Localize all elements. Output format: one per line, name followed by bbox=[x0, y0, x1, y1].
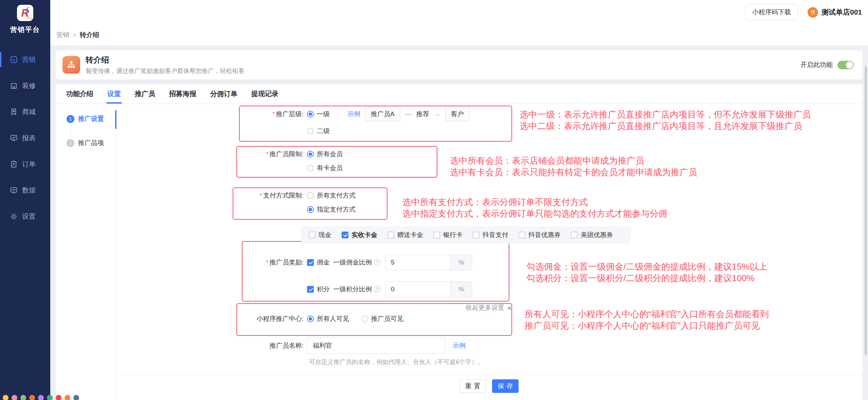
store-avatar-icon bbox=[808, 7, 818, 18]
field-label: 小程序推广中心: bbox=[257, 315, 304, 322]
sidebar-item-mall[interactable]: 商城 bbox=[0, 99, 50, 125]
vertical-scrollbar-thumb[interactable] bbox=[865, 66, 867, 355]
report-icon bbox=[10, 134, 18, 142]
radio-icon bbox=[307, 128, 314, 134]
sidebar-item-label: 装修 bbox=[22, 81, 36, 90]
required-star: * bbox=[266, 259, 268, 266]
logo-pro-badge: Pro bbox=[26, 17, 32, 20]
checkbox-icon bbox=[307, 259, 314, 266]
field-label: 支付方式限制: bbox=[263, 192, 304, 199]
feature-header-card: 转介绍 裂变传播，通过推广奖励激励客户群体帮您推广，轻松拓客 开启此功能 bbox=[56, 50, 863, 79]
field-label: 推广层级: bbox=[276, 110, 304, 117]
tab-settings[interactable]: 设置 bbox=[107, 84, 121, 104]
steps-scroll-indicator bbox=[115, 110, 116, 129]
checkbox-meituan-coupon[interactable]: 美团优惠券 bbox=[571, 231, 613, 239]
form-row-mini-center: 小程序推广中心: 所有人可见 推广员可见 bbox=[202, 314, 403, 324]
example-node-customer: 客户 bbox=[445, 107, 470, 121]
sidebar-item-marketing[interactable]: 营销 bbox=[0, 47, 50, 73]
radio-label: 所有会员 bbox=[317, 150, 343, 159]
tab-bar: 功能介绍 设置 推广员 招募海报 分佣订单 提现记录 bbox=[56, 84, 863, 104]
checkbox-label: 赠送卡金 bbox=[397, 231, 423, 239]
commission-rate-input[interactable]: 5 % bbox=[385, 255, 472, 270]
checkbox-icon bbox=[473, 232, 480, 238]
help-icon[interactable] bbox=[374, 259, 380, 266]
radio-card-members[interactable]: 有卡会员 bbox=[307, 164, 343, 172]
checkbox-label: 美团优惠券 bbox=[581, 231, 613, 239]
form-row-reward-points: 积分 一级积分比例 0 % bbox=[202, 281, 472, 297]
checkbox-received-card[interactable]: 实收卡金 bbox=[342, 231, 377, 239]
breadcrumb-current: 转介绍 bbox=[80, 31, 99, 39]
tab-withdraw-records[interactable]: 提现记录 bbox=[251, 84, 278, 104]
tab-promoters[interactable]: 推广员 bbox=[135, 84, 155, 104]
marketing-icon bbox=[10, 55, 18, 64]
miniprogram-qr-download-button[interactable]: 小程序码下载 bbox=[745, 4, 798, 20]
example-link[interactable]: 示例 bbox=[347, 110, 360, 119]
radio-label: 推广员可见 bbox=[371, 314, 403, 323]
tab-feature-intro[interactable]: 功能介绍 bbox=[66, 84, 93, 104]
checkbox-points[interactable]: 积分 bbox=[307, 285, 330, 294]
enable-feature-toggle[interactable] bbox=[837, 61, 854, 69]
breadcrumb: 营销 > 转介绍 bbox=[50, 24, 868, 46]
sidebar-item-label: 订单 bbox=[22, 160, 36, 169]
percent-suffix: % bbox=[451, 255, 472, 270]
save-button[interactable]: 保存 bbox=[492, 379, 519, 393]
sidebar-item-data[interactable]: 数据 bbox=[0, 177, 50, 203]
breadcrumb-separator: > bbox=[73, 31, 76, 39]
emoji-sticker-strip bbox=[3, 395, 79, 400]
checkbox-commission[interactable]: 佣金 bbox=[307, 258, 330, 267]
input-value: 5 bbox=[385, 255, 451, 270]
points-rate-input[interactable]: 0 % bbox=[385, 281, 472, 297]
tab-recruit-poster[interactable]: 招募海报 bbox=[169, 84, 196, 104]
step-promo-items[interactable]: 2 推广品项 bbox=[67, 139, 104, 147]
settings-icon bbox=[10, 212, 18, 221]
sidebar-item-order[interactable]: 订单 bbox=[0, 151, 50, 177]
step-number: 2 bbox=[67, 139, 74, 147]
percent-suffix: % bbox=[451, 282, 472, 297]
tab-commission-orders[interactable]: 分佣订单 bbox=[210, 84, 237, 104]
promoter-name-input[interactable]: 福利官 bbox=[307, 337, 445, 354]
annotation-promoter-limit: 选中所有会员：表示店铺会员都能申请成为推广员 选中有卡会员：表示只能持有特定卡的… bbox=[450, 155, 697, 178]
radio-icon bbox=[361, 315, 368, 322]
checkbox-label: 银行卡 bbox=[443, 231, 463, 239]
radio-specified-payments[interactable]: 指定支付方式 bbox=[307, 205, 356, 214]
checkbox-douyin-pay[interactable]: 抖音支付 bbox=[473, 231, 508, 239]
form-row-payment-limit-2: 指定支付方式 bbox=[202, 205, 356, 214]
sidebar-item-label: 报表 bbox=[22, 133, 36, 143]
input-value: 0 bbox=[385, 282, 451, 297]
topbar: 小程序码下载 测试单店001 bbox=[50, 0, 868, 24]
checkbox-label: 积分 bbox=[317, 285, 330, 294]
order-icon bbox=[10, 160, 18, 168]
radio-level-two[interactable]: 二级 bbox=[307, 127, 330, 135]
checkbox-icon bbox=[307, 286, 314, 293]
radio-level-one[interactable]: 一级 bbox=[307, 110, 330, 119]
collapse-more-settings-link[interactable]: 收起更多设置 bbox=[466, 303, 512, 312]
checkbox-label: 抖音优惠券 bbox=[528, 231, 561, 239]
sidebar-item-decorate[interactable]: 装修 bbox=[0, 73, 50, 99]
promoter-name-example-link[interactable]: 示例 bbox=[453, 341, 466, 350]
radio-all-payments[interactable]: 所有支付方式 bbox=[307, 191, 356, 200]
checkbox-label: 佣金 bbox=[317, 258, 330, 267]
checkbox-douyin-coupon[interactable]: 抖音优惠券 bbox=[519, 231, 561, 239]
radio-label: 一级 bbox=[317, 110, 330, 119]
checkbox-cash[interactable]: 现金 bbox=[309, 231, 331, 239]
required-star: * bbox=[272, 110, 275, 117]
form-row-promoter-limit: *推广员限制: 所有会员 bbox=[202, 149, 343, 159]
checkbox-bank-card[interactable]: 银行卡 bbox=[433, 231, 463, 239]
radio-visible-all[interactable]: 所有人可见 bbox=[307, 314, 349, 323]
radio-visible-promoters[interactable]: 推广员可见 bbox=[361, 314, 403, 323]
checkbox-icon bbox=[387, 232, 394, 238]
sidebar-item-report[interactable]: 报表 bbox=[0, 125, 50, 151]
radio-icon bbox=[307, 206, 314, 213]
form-row-promo-level-2: 二级 bbox=[202, 126, 330, 136]
reset-button[interactable]: 重置 bbox=[459, 379, 486, 393]
breadcrumb-parent[interactable]: 营销 bbox=[56, 31, 69, 39]
step-promo-settings[interactable]: 1 推广设置 bbox=[67, 114, 104, 123]
help-icon[interactable] bbox=[374, 286, 380, 292]
radio-icon bbox=[307, 315, 314, 322]
required-star: * bbox=[259, 192, 262, 199]
checkbox-gift-card[interactable]: 赠送卡金 bbox=[387, 231, 423, 239]
sidebar-item-settings[interactable]: 设置 bbox=[0, 203, 50, 230]
account-menu[interactable]: 测试单店001 bbox=[808, 7, 862, 18]
radio-all-members[interactable]: 所有会员 bbox=[307, 150, 343, 159]
form-row-promoter-limit-2: 有卡会员 bbox=[202, 163, 343, 173]
